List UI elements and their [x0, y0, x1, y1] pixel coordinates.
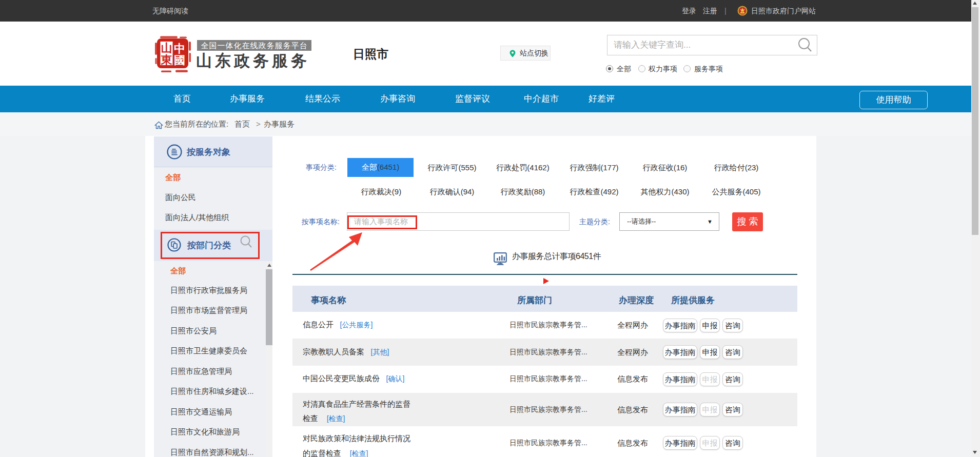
svg-text:中: 中: [174, 42, 185, 55]
svg-text:國: 國: [174, 54, 185, 67]
svg-text:東: 東: [161, 53, 173, 66]
svg-text:山: 山: [161, 42, 172, 54]
